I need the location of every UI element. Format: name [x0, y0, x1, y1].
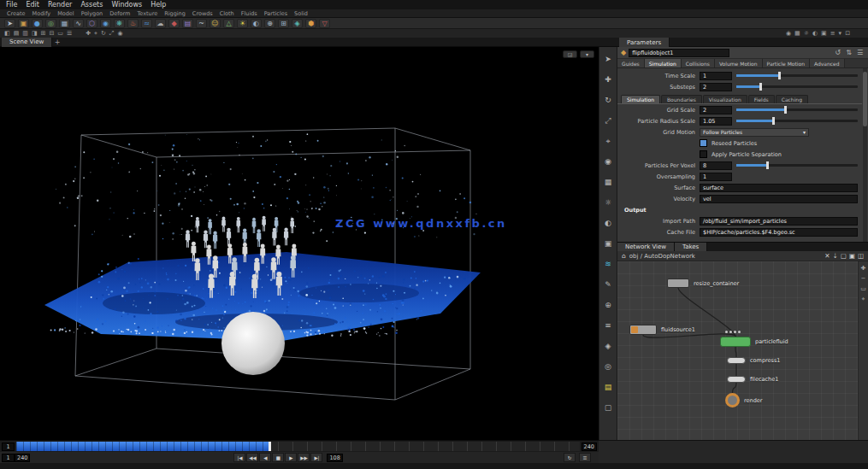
add-icon[interactable]: ⊕ [600, 295, 616, 315]
desktop-right-icon-7[interactable]: ⊡ [845, 30, 850, 37]
desktop-right-icon-1[interactable]: ▦ [794, 30, 800, 37]
zoom-out-icon[interactable]: − [861, 275, 866, 282]
param-menu-grid-motion[interactable]: Follow Particles▾ [700, 128, 809, 137]
playhead[interactable] [269, 442, 271, 451]
scene-viewport[interactable]: ZCG www.qdnxxfb.cn ◲▾ [0, 47, 599, 440]
tool-torus[interactable]: ◉ [100, 19, 111, 28]
frame-end-field[interactable]: 240 [582, 443, 597, 451]
gear-icon[interactable]: ☰ [855, 49, 865, 56]
tool-vop[interactable]: ◈ [292, 19, 303, 28]
shelf-tab-particles[interactable]: Particles [264, 10, 287, 17]
slider-handle[interactable] [759, 83, 762, 91]
param-slider-grid-scale[interactable] [736, 108, 858, 111]
param-field[interactable]: $HIP/cache/particles.$F4.bgeo.sc [700, 228, 858, 237]
param-checkbox-apply-particle-separation[interactable] [700, 150, 707, 158]
tool-sphere[interactable]: ● [32, 19, 43, 28]
network-editor[interactable]: resize_containerfluidsource1particleflui… [617, 261, 858, 440]
tool-platonic[interactable]: ⬡ [86, 19, 97, 28]
node-name-field[interactable]: flipfluidobject1 [629, 49, 729, 57]
shelf-tab-solid[interactable]: Solid [294, 10, 308, 17]
node-particlefluid[interactable] [720, 337, 751, 347]
grid-icon[interactable]: ▦ [600, 172, 616, 192]
node-filecache1[interactable] [727, 376, 746, 383]
desktop-right-icon-2[interactable]: ☼ [804, 30, 809, 37]
param-field[interactable]: vel [700, 195, 858, 203]
material-icon[interactable]: ◈ [600, 336, 616, 356]
zoom-in-icon[interactable]: ✚ [861, 265, 866, 272]
node-resize-container[interactable] [667, 278, 689, 288]
desktop-left-icon-3[interactable]: ◨ [32, 30, 38, 37]
stop-button[interactable]: ■ [272, 453, 284, 462]
shelf-tab-modify[interactable]: Modify [32, 10, 51, 17]
desktop-right-icon-4[interactable]: ▣ [821, 30, 827, 37]
sync-icon[interactable]: ⇅ [844, 49, 853, 56]
tool-cloth[interactable]: ▤ [182, 19, 193, 28]
shelf-tab-cloth[interactable]: Cloth [220, 10, 234, 17]
move-icon[interactable]: ✚ [600, 69, 616, 90]
param-tab-volume-motion[interactable]: Volume Motion [715, 59, 763, 67]
network-path[interactable]: obj / AutoDopNetwork [629, 253, 695, 260]
snap-icon[interactable]: ◉ [600, 151, 616, 172]
circle-icon[interactable]: ◎ [600, 356, 616, 377]
shelf-tab-create[interactable]: Create [7, 10, 26, 17]
shelf-tab-polygon[interactable]: Polygon [81, 10, 103, 17]
node-fluidsource1[interactable] [629, 325, 657, 335]
param-slider-time-scale[interactable] [736, 74, 858, 77]
desktop-right-icon-3[interactable]: ◐ [812, 30, 818, 37]
pane-tab-parameters[interactable]: Parameters [619, 38, 670, 47]
param-tab-collisions[interactable]: Collisions [682, 59, 715, 67]
param-field[interactable]: 2 [700, 83, 732, 91]
home-icon[interactable]: ⌂ [622, 252, 626, 260]
viewport-scene[interactable] [0, 47, 599, 440]
viewport-options-button[interactable]: ▾ [580, 50, 594, 58]
tool-camera[interactable]: ◐ [251, 19, 262, 28]
menu-icon[interactable]: ≡ [600, 315, 616, 336]
loop-icon[interactable]: ↻ [564, 453, 576, 462]
step-back-button[interactable]: ◀◀ [246, 453, 258, 462]
menu-windows[interactable]: Windows [111, 1, 142, 9]
current-frame-field[interactable]: 108 [327, 454, 342, 462]
timeline-ruler[interactable] [16, 442, 580, 451]
pane-add-icon[interactable]: + [52, 38, 62, 47]
desktop-left-icon-0[interactable]: ◧ [4, 30, 10, 37]
menu-help[interactable]: Help [151, 1, 166, 9]
shelf-tab-crowds[interactable]: Crowds [192, 10, 213, 17]
desktop-left-icon-7[interactable]: ☰ [67, 30, 72, 37]
param-checkbox-reseed-particles[interactable] [700, 139, 707, 147]
desktop-left-icon-6[interactable]: ▭ [57, 30, 63, 37]
shelf-tab-deform[interactable]: Deform [109, 10, 130, 17]
slider-handle[interactable] [784, 106, 787, 114]
box-icon[interactable]: ▢ [600, 397, 616, 418]
desktop-left-icon-2[interactable]: ▥ [22, 30, 28, 37]
subtab-boundaries[interactable]: Boundaries [661, 95, 702, 103]
recook-icon[interactable]: ↺ [833, 49, 842, 56]
param-field[interactable]: surface [700, 184, 858, 192]
tool-terrain[interactable]: △ [223, 19, 234, 28]
tool-box[interactable]: ▣ [18, 19, 29, 28]
tool-tube[interactable]: ◎ [45, 19, 56, 28]
param-field[interactable]: /obj/fluid_sim/import_particles [700, 217, 858, 226]
step-forward-button[interactable]: ▶▶ [298, 453, 310, 462]
tool-spray[interactable]: ❋ [114, 19, 125, 28]
tool-curve[interactable]: ∿ [73, 19, 84, 28]
close-icon[interactable]: ✕ [824, 252, 830, 260]
tool-merge[interactable]: ⊞ [278, 19, 289, 28]
shade-icon[interactable]: ◐ [600, 213, 616, 233]
desktop-left-icon-1[interactable]: ▤ [14, 30, 20, 37]
param-slider-particle-radius-scale[interactable] [736, 120, 858, 122]
playback-options-icon[interactable]: ☰ [579, 453, 591, 462]
param-tab-particle-motion[interactable]: Particle Motion [763, 59, 810, 67]
subtab-visualization[interactable]: Visualization [703, 95, 747, 103]
rotate-icon[interactable]: ↻ [600, 90, 616, 110]
desktop-mid-icon-4[interactable]: ◉ [117, 30, 122, 37]
play-button[interactable]: ▶ [285, 453, 297, 462]
playback-range-end-field[interactable]: 240 [15, 454, 30, 462]
shelf-tab-texture[interactable]: Texture [137, 10, 157, 17]
tool-select[interactable]: ➤ [4, 19, 15, 28]
menu-file[interactable]: File [6, 1, 17, 9]
param-tab-advanced[interactable]: Advanced [810, 59, 845, 67]
layout-grid-icon[interactable]: ▢ [841, 252, 847, 260]
pivot-icon[interactable]: ⌖ [600, 131, 616, 151]
menu-edit[interactable]: Edit [26, 1, 39, 9]
layout-fill-icon[interactable]: ▣ [849, 252, 855, 260]
